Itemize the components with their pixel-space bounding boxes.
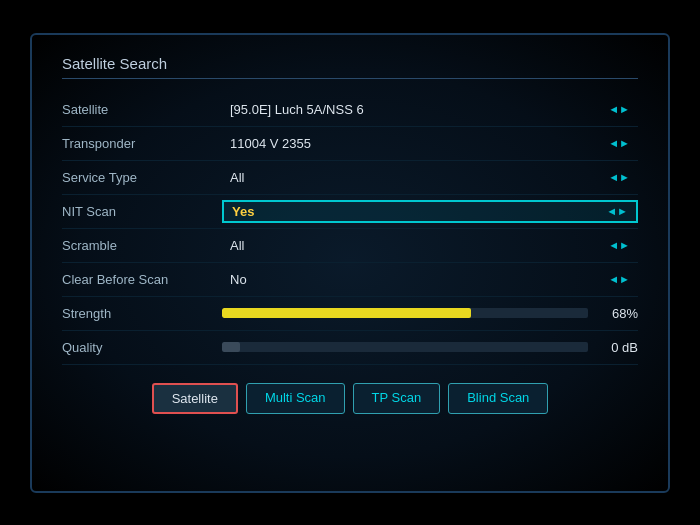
row-transponder: Transponder11004 V 2355◄► xyxy=(62,127,638,161)
bar-fill-strength xyxy=(222,308,471,318)
arrows-icon-satellite: ◄► xyxy=(608,103,630,115)
arrows-icon-scramble: ◄► xyxy=(608,239,630,251)
label-quality: Quality xyxy=(62,340,222,355)
value-text-transponder: 11004 V 2355 xyxy=(230,136,311,151)
bar-value-quality: 0 dB xyxy=(598,340,638,355)
row-strength: Strength68% xyxy=(62,297,638,331)
row-service_type: Service TypeAll◄► xyxy=(62,161,638,195)
row-scramble: ScrambleAll◄► xyxy=(62,229,638,263)
label-satellite: Satellite xyxy=(62,102,222,117)
bottom-buttons: SatelliteMulti ScanTP ScanBlind Scan xyxy=(62,383,638,414)
arrows-icon-transponder: ◄► xyxy=(608,137,630,149)
value-text-service_type: All xyxy=(230,170,244,185)
satellite-btn[interactable]: Satellite xyxy=(152,383,238,414)
blind-scan-btn[interactable]: Blind Scan xyxy=(448,383,548,414)
label-service_type: Service Type xyxy=(62,170,222,185)
label-scramble: Scramble xyxy=(62,238,222,253)
settings-rows: Satellite[95.0E] Luch 5A/NSS 6◄►Transpon… xyxy=(62,93,638,365)
row-nit_scan: NIT ScanYes◄► xyxy=(62,195,638,229)
row-quality: Quality0 dB xyxy=(62,331,638,365)
label-strength: Strength xyxy=(62,306,222,321)
row-clear_before_scan: Clear Before ScanNo◄► xyxy=(62,263,638,297)
bar-fill-quality xyxy=(222,342,240,352)
label-transponder: Transponder xyxy=(62,136,222,151)
value-scramble: All◄► xyxy=(222,234,638,257)
value-satellite: [95.0E] Luch 5A/NSS 6◄► xyxy=(222,98,638,121)
value-text-scramble: All xyxy=(230,238,244,253)
bar-track-strength xyxy=(222,308,588,318)
value-text-nit_scan: Yes xyxy=(232,204,254,219)
bar-track-quality xyxy=(222,342,588,352)
arrows-icon-service_type: ◄► xyxy=(608,171,630,183)
multi-scan-btn[interactable]: Multi Scan xyxy=(246,383,345,414)
tp-scan-btn[interactable]: TP Scan xyxy=(353,383,441,414)
label-nit_scan: NIT Scan xyxy=(62,204,222,219)
arrows-icon-clear_before_scan: ◄► xyxy=(608,273,630,285)
value-clear_before_scan: No◄► xyxy=(222,268,638,291)
row-satellite: Satellite[95.0E] Luch 5A/NSS 6◄► xyxy=(62,93,638,127)
value-service_type: All◄► xyxy=(222,166,638,189)
label-clear_before_scan: Clear Before Scan xyxy=(62,272,222,287)
value-transponder: 11004 V 2355◄► xyxy=(222,132,638,155)
main-screen: Satellite Search Satellite[95.0E] Luch 5… xyxy=(30,33,670,493)
value-text-satellite: [95.0E] Luch 5A/NSS 6 xyxy=(230,102,364,117)
screen-title: Satellite Search xyxy=(62,55,638,79)
value-text-clear_before_scan: No xyxy=(230,272,247,287)
bar-container-quality: 0 dB xyxy=(222,340,638,355)
bar-value-strength: 68% xyxy=(598,306,638,321)
bar-container-strength: 68% xyxy=(222,306,638,321)
value-nit_scan[interactable]: Yes◄► xyxy=(222,200,638,223)
arrows-icon-nit_scan: ◄► xyxy=(606,205,628,217)
